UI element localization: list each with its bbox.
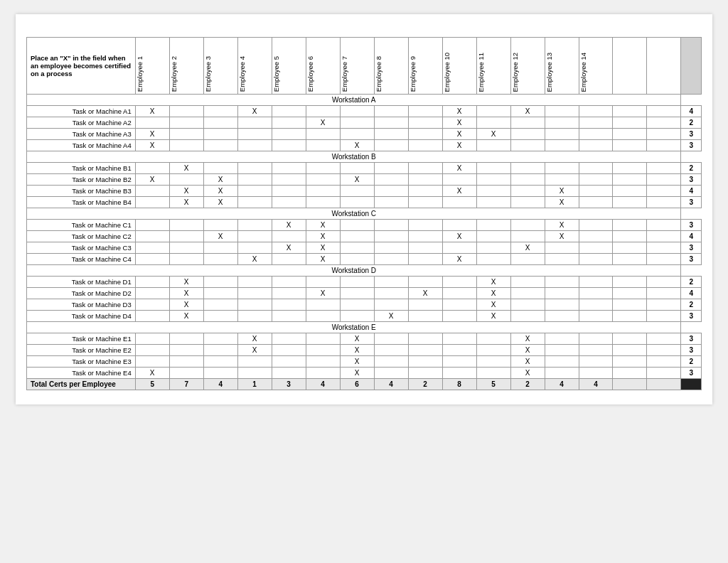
total-employee-value: 4 (306, 379, 340, 390)
mark-cell: X (306, 231, 340, 242)
mark-cell: X (442, 117, 476, 129)
employee-header-3: Employee 3 (203, 38, 237, 95)
mark-cell (374, 106, 408, 117)
task-name-cell: Task or Machine A2 (27, 117, 136, 129)
mark-cell (203, 163, 237, 174)
mark-cell (306, 311, 340, 322)
mark-cell (169, 220, 203, 231)
mark-cell: X (545, 231, 579, 242)
mark-cell (340, 288, 374, 299)
task-count: 3 (681, 220, 702, 231)
mark-cell (203, 345, 237, 356)
mark-cell (545, 299, 579, 311)
task-name-cell: Task or Machine D4 (27, 311, 136, 322)
mark-cell (408, 277, 442, 288)
total-employee-value: 3 (272, 379, 306, 390)
mark-cell (272, 277, 306, 288)
mark-cell (237, 140, 272, 151)
mark-cell (442, 333, 476, 345)
mark-cell (306, 106, 340, 117)
mark-cell (374, 231, 408, 242)
training-matrix-table: Place an "X" in the field when an employ… (26, 37, 702, 390)
empty-cell (647, 242, 681, 254)
empty-cell (613, 174, 647, 186)
mark-cell (374, 129, 408, 140)
mark-cell (237, 163, 272, 174)
mark-cell (579, 356, 613, 368)
task-name-cell: Task or Machine A4 (27, 140, 136, 151)
empty-cell (613, 186, 647, 197)
mark-cell: X (510, 356, 545, 368)
mark-cell (203, 368, 237, 379)
mark-cell (272, 311, 306, 322)
mark-cell: X (135, 106, 169, 117)
empty-cell (613, 163, 647, 174)
mark-cell (476, 106, 510, 117)
mark-cell (203, 333, 237, 345)
mark-cell: X (272, 220, 306, 231)
mark-cell: X (169, 197, 203, 208)
mark-cell (545, 311, 579, 322)
mark-cell (476, 220, 510, 231)
mark-cell (579, 368, 613, 379)
task-row: Task or Machine D4XXX3 (27, 311, 702, 322)
mark-cell (135, 333, 169, 345)
total-employee-value: 4 (374, 379, 408, 390)
mark-cell (408, 106, 442, 117)
mark-cell (510, 197, 545, 208)
mark-cell (408, 163, 442, 174)
mark-cell (340, 242, 374, 254)
workstation-row-3: Workstation C (27, 208, 702, 220)
mark-cell (135, 163, 169, 174)
mark-cell (374, 288, 408, 299)
mark-cell: X (476, 311, 510, 322)
mark-cell (579, 311, 613, 322)
mark-cell (169, 117, 203, 129)
task-name-cell: Task or Machine A1 (27, 106, 136, 117)
empty-cell (647, 333, 681, 345)
mark-cell: X (340, 140, 374, 151)
task-row: Task or Machine E3XX2 (27, 356, 702, 368)
mark-cell (374, 345, 408, 356)
mark-cell: X (203, 186, 237, 197)
mark-cell (545, 333, 579, 345)
mark-cell (408, 174, 442, 186)
mark-cell: X (442, 186, 476, 197)
mark-cell (476, 197, 510, 208)
mark-cell (272, 163, 306, 174)
empty-cell (613, 333, 647, 345)
mark-cell (545, 254, 579, 265)
mark-cell (374, 117, 408, 129)
mark-cell (203, 288, 237, 299)
total-employee-value: 6 (340, 379, 374, 390)
mark-cell (272, 186, 306, 197)
empty-cell (647, 356, 681, 368)
mark-cell (545, 174, 579, 186)
mark-cell (340, 186, 374, 197)
mark-cell (442, 174, 476, 186)
total-empty (647, 379, 681, 390)
mark-cell (169, 254, 203, 265)
mark-cell (306, 368, 340, 379)
mark-cell (237, 186, 272, 197)
mark-cell (135, 345, 169, 356)
mark-cell (408, 356, 442, 368)
mark-cell (135, 220, 169, 231)
mark-cell (545, 140, 579, 151)
task-count: 3 (681, 197, 702, 208)
empty-cell (613, 242, 647, 254)
task-count: 4 (681, 106, 702, 117)
mark-cell (340, 163, 374, 174)
task-count: 3 (681, 129, 702, 140)
mark-cell (272, 356, 306, 368)
mark-cell (579, 242, 613, 254)
mark-cell (510, 288, 545, 299)
total-employee-value: 2 (510, 379, 545, 390)
mark-cell: X (306, 242, 340, 254)
mark-cell (442, 277, 476, 288)
empty-cell (647, 163, 681, 174)
empty-cell (647, 231, 681, 242)
empty-cell (647, 220, 681, 231)
mark-cell: X (510, 106, 545, 117)
employee-header-1: Employee 1 (135, 38, 169, 95)
